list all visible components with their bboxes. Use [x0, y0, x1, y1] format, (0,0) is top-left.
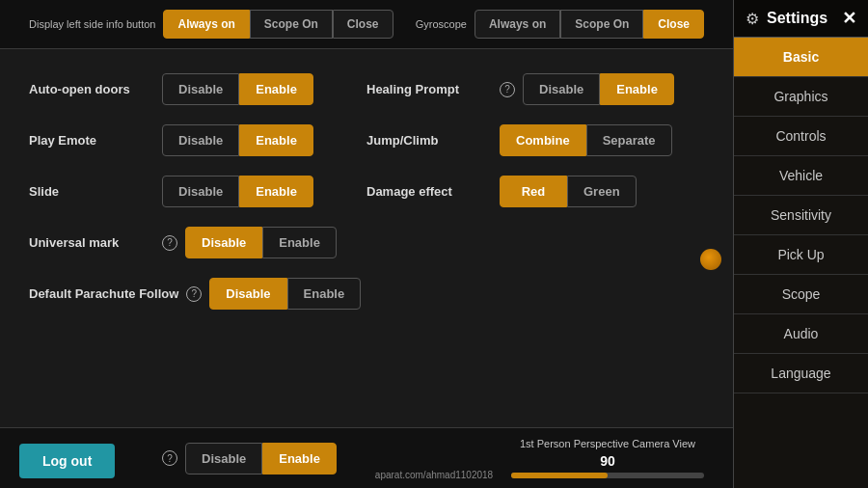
camera-view-label: 1st Person Perspective Camera View: [520, 438, 695, 449]
healing-prompt-help-icon[interactable]: ?: [500, 82, 515, 97]
left-display-buttons: Always on Scope On Close: [163, 10, 393, 39]
watermark: aparat.com/ahmad1102018: [375, 470, 493, 480]
jump-climb-label: Jump/Climb: [366, 133, 492, 149]
play-emote-enable-btn[interactable]: Enable: [239, 124, 313, 156]
damage-effect-red-btn[interactable]: Red: [500, 176, 567, 207]
nav-item-scope[interactable]: Scope: [734, 275, 868, 314]
default-parachute-follow-buttons: Disable Enable: [209, 278, 361, 310]
right-display-label: Gyroscope: [416, 18, 467, 30]
display-row: Display left side info button Always on …: [0, 0, 733, 49]
fpp-swap-help-icon[interactable]: ?: [162, 450, 177, 466]
default-parachute-enable-btn[interactable]: Enable: [287, 278, 362, 310]
left-display-label: Display left side info button: [29, 18, 155, 30]
option-row-default-parachute-follow: Default Parachute Follow ? Disable Enabl…: [29, 268, 366, 319]
healing-prompt-disable-btn[interactable]: Disable: [523, 73, 600, 105]
option-row-healing-prompt: Healing Prompt ? Disable Enable: [366, 64, 704, 115]
fpp-swap-buttons: Disable Enable: [185, 443, 337, 474]
universal-mark-enable-btn[interactable]: Enable: [262, 227, 337, 258]
settings-content: Display left side info button Always on …: [0, 0, 733, 488]
gear-icon: ⚙: [746, 10, 759, 28]
jump-climb-separate-btn[interactable]: Separate: [586, 124, 672, 156]
play-emote-disable-btn[interactable]: Disable: [162, 124, 239, 156]
auto-open-doors-label: Auto-open doors: [29, 82, 154, 97]
default-parachute-follow-label: Default Parachute Follow: [29, 286, 178, 302]
fpp-swap-enable-btn[interactable]: Enable: [262, 443, 337, 474]
right-always-on-btn[interactable]: Always on: [475, 10, 560, 39]
option-row-auto-open-doors: Auto-open doors Disable Enable: [29, 64, 366, 115]
nav-item-sensitivity[interactable]: Sensitivity: [734, 196, 868, 235]
healing-prompt-label: Healing Prompt: [366, 82, 492, 97]
universal-mark-disable-btn[interactable]: Disable: [185, 227, 262, 258]
left-always-on-btn[interactable]: Always on: [163, 10, 249, 39]
damage-effect-buttons: Red Green: [500, 176, 637, 207]
slide-label: Slide: [29, 184, 154, 200]
universal-mark-help-icon[interactable]: ?: [162, 235, 177, 251]
camera-view-slider[interactable]: [511, 473, 704, 478]
option-row-jump-climb: Jump/Climb Combine Separate: [366, 115, 704, 166]
default-parachute-follow-help-icon[interactable]: ?: [186, 286, 202, 302]
option-row-play-emote: Play Emote Disable Enable: [29, 115, 366, 166]
jump-climb-combine-btn[interactable]: Combine: [500, 124, 586, 156]
universal-mark-buttons: Disable Enable: [185, 227, 337, 258]
fpp-swap-disable-btn[interactable]: Disable: [185, 443, 262, 474]
options-grid: Auto-open doors Disable Enable Healing P…: [0, 49, 733, 427]
option-row-slide: Slide Disable Enable: [29, 166, 366, 217]
healing-prompt-buttons: Disable Enable: [523, 73, 674, 105]
camera-view-value: 90: [600, 453, 615, 469]
option-row-damage-effect: Damage effect Red Green: [366, 166, 704, 217]
slide-enable-btn[interactable]: Enable: [239, 176, 313, 207]
left-scope-on-btn[interactable]: Scope On: [250, 10, 333, 39]
camera-slider-fill: [511, 473, 608, 478]
auto-open-doors-enable-btn[interactable]: Enable: [239, 73, 313, 105]
left-close-btn[interactable]: Close: [333, 10, 393, 39]
nav-item-audio[interactable]: Audio: [734, 314, 868, 354]
settings-title: Settings: [767, 10, 827, 27]
camera-section: 1st Person Perspective Camera View 90: [511, 438, 704, 478]
option-row-universal-mark: Universal mark ? Disable Enable: [29, 217, 366, 268]
right-close-btn[interactable]: Close: [643, 10, 704, 39]
empty-slot-5: [366, 268, 704, 319]
settings-header: ⚙ Settings ✕: [734, 0, 868, 38]
close-icon[interactable]: ✕: [842, 8, 856, 29]
settings-nav: Basic Graphics Controls Vehicle Sensitiv…: [734, 38, 868, 488]
settings-panel: ⚙ Settings ✕ Basic Graphics Controls Veh…: [733, 0, 868, 488]
right-display-section: Gyroscope Always on Scope On Close: [416, 10, 704, 39]
logout-button[interactable]: Log out: [19, 444, 115, 478]
slide-buttons: Disable Enable: [162, 176, 313, 207]
nav-item-controls[interactable]: Controls: [734, 117, 868, 156]
play-emote-label: Play Emote: [29, 133, 154, 149]
nav-item-pickup[interactable]: Pick Up: [734, 235, 868, 275]
right-scope-on-btn[interactable]: Scope On: [560, 10, 643, 39]
auto-open-doors-buttons: Disable Enable: [162, 73, 313, 105]
nav-item-basic[interactable]: Basic: [734, 38, 868, 77]
auto-open-doors-disable-btn[interactable]: Disable: [162, 73, 239, 105]
damage-effect-label: Damage effect: [366, 184, 492, 200]
universal-mark-label: Universal mark: [29, 235, 154, 251]
nav-item-vehicle[interactable]: Vehicle: [734, 156, 868, 196]
default-parachute-disable-btn[interactable]: Disable: [209, 278, 286, 310]
play-emote-buttons: Disable Enable: [162, 124, 313, 156]
empty-slot-4: [366, 217, 704, 268]
nav-item-graphics[interactable]: Graphics: [734, 77, 868, 117]
jump-climb-buttons: Combine Separate: [500, 124, 672, 156]
nav-item-language[interactable]: Language: [734, 354, 868, 393]
right-display-buttons: Always on Scope On Close: [475, 10, 704, 39]
healing-prompt-enable-btn[interactable]: Enable: [600, 73, 674, 105]
left-display-section: Display left side info button Always on …: [29, 10, 393, 39]
slide-disable-btn[interactable]: Disable: [162, 176, 239, 207]
damage-effect-green-btn[interactable]: Green: [567, 176, 637, 207]
